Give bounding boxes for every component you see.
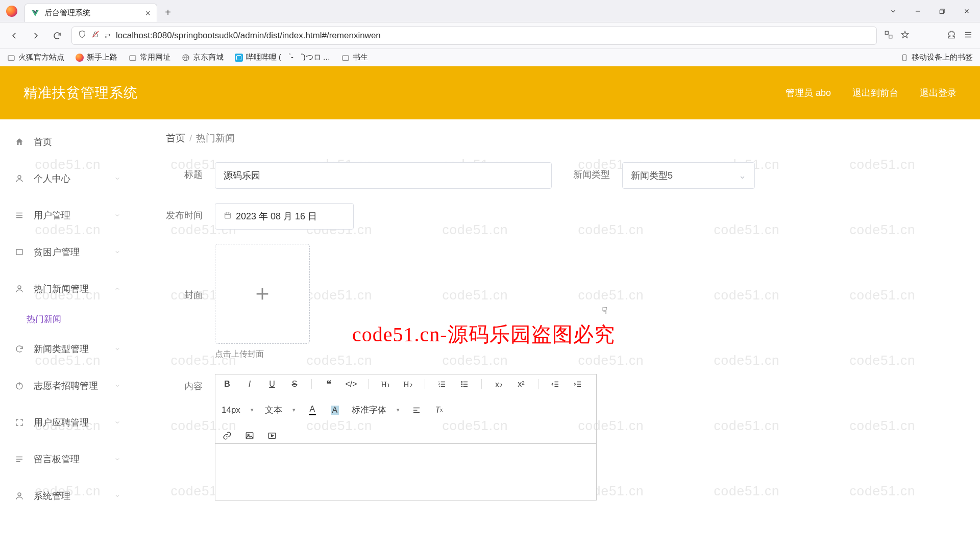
svg-point-17	[461, 382, 462, 383]
upload-hint: 点击上传封面	[215, 349, 310, 360]
bgcolor-icon[interactable]: A	[329, 405, 340, 416]
window-close-button[interactable]	[958, 2, 976, 20]
svg-rect-16	[225, 213, 231, 218]
mobile-bookmarks[interactable]: 移动设备上的书签	[900, 53, 973, 62]
svg-rect-5	[889, 35, 892, 38]
sidebar-item-news[interactable]: 热门新闻管理	[0, 270, 135, 307]
url-text: localhost:8080/springbootsudk0/admin/dis…	[116, 31, 381, 41]
overlay-text: code51.cn-源码乐园盗图必究	[352, 320, 615, 348]
shield-icon	[78, 30, 86, 41]
underline-icon[interactable]: U	[266, 379, 278, 390]
extensions-icon[interactable]	[947, 30, 957, 41]
svg-rect-1	[940, 10, 943, 14]
bold-icon[interactable]: B	[222, 379, 233, 390]
title-input[interactable]: 源码乐园	[215, 162, 552, 189]
fontfamily-select[interactable]: 标准字体▾	[352, 404, 400, 416]
chevron-down-icon	[114, 454, 120, 465]
tab-title: 后台管理系统	[44, 8, 90, 18]
breadcrumb: 首页/热门新闻	[166, 132, 949, 145]
nav-forward-button[interactable]	[29, 29, 43, 43]
url-mode-icon: ⇄	[105, 32, 111, 40]
svg-point-15	[18, 493, 21, 496]
app-header: 精准扶贫管理系统 管理员 abo 退出到前台 退出登录	[0, 66, 980, 119]
firefox-icon	[76, 54, 84, 62]
svg-rect-7	[130, 56, 136, 60]
link-icon[interactable]	[222, 430, 233, 441]
indent-icon[interactable]	[572, 379, 583, 390]
date-picker[interactable]: 2023 年 08 月 16 日	[215, 203, 354, 230]
sidebar-item-msgboard[interactable]: 留言板管理	[0, 441, 135, 478]
tab-overflow-icon[interactable]	[884, 2, 902, 20]
bookmarks-toolbar: 火狐官方站点 新手上路 常用网址 京东商城 哔哩哔哩 ( ゜- ゜)つロ … 书…	[0, 49, 980, 66]
label-cover: 封面	[166, 244, 203, 301]
ol-icon[interactable]	[436, 379, 448, 390]
strike-icon[interactable]: S	[289, 379, 300, 390]
chevron-down-icon: ⌄	[739, 170, 746, 181]
textcolor-icon[interactable]: A	[307, 405, 318, 416]
h2-icon[interactable]: H₂	[402, 379, 413, 390]
svg-rect-4	[885, 31, 888, 34]
ul-icon[interactable]	[459, 379, 470, 390]
align-icon[interactable]	[411, 405, 422, 416]
header-admin[interactable]: 管理员 abo	[786, 87, 831, 99]
italic-icon[interactable]: I	[244, 379, 255, 390]
window-minimize-button[interactable]	[909, 2, 927, 20]
sidebar-item-newstype[interactable]: 新闻类型管理	[0, 331, 135, 367]
breadcrumb-home[interactable]: 首页	[166, 133, 185, 143]
quote-icon[interactable]: ❝	[323, 379, 334, 390]
chevron-down-icon	[114, 491, 120, 502]
app-menu-icon[interactable]	[964, 30, 973, 41]
sidebar-item-volunteer[interactable]: 志愿者招聘管理	[0, 367, 135, 404]
bookmark-item[interactable]: 火狐官方站点	[7, 53, 64, 62]
editor-body[interactable]	[215, 444, 596, 500]
browser-tab-strip: 后台管理系统 × +	[0, 0, 980, 22]
svg-point-19	[461, 386, 462, 387]
chevron-down-icon	[114, 381, 120, 391]
nav-back-button[interactable]	[7, 29, 21, 43]
power-icon	[14, 381, 24, 391]
subscript-icon[interactable]: x₂	[493, 379, 504, 390]
sidebar-item-system[interactable]: 系统管理	[0, 478, 135, 514]
h1-icon[interactable]: H₁	[380, 379, 391, 390]
calendar-icon	[224, 211, 232, 222]
chevron-down-icon	[114, 210, 120, 221]
bookmark-item[interactable]: 书生	[341, 53, 368, 62]
sidebar-item-home[interactable]: 首页	[0, 123, 135, 160]
translate-icon[interactable]	[884, 30, 893, 41]
new-tab-button[interactable]: +	[160, 5, 176, 20]
sidebar-item-users[interactable]: 用户管理	[0, 197, 135, 234]
user-icon	[14, 173, 24, 184]
bookmark-item[interactable]: 新手上路	[76, 53, 117, 62]
browser-address-bar: ⇄ localhost:8080/springbootsudk0/admin/d…	[0, 22, 980, 49]
format-select[interactable]: 文本▾	[265, 404, 296, 416]
bookmark-item[interactable]: 京东商城	[182, 53, 224, 62]
video-icon[interactable]	[266, 430, 278, 441]
close-tab-icon[interactable]: ×	[145, 9, 151, 18]
outdent-icon[interactable]	[550, 379, 561, 390]
label-newstype: 新闻类型	[564, 162, 610, 181]
browser-tab[interactable]: 后台管理系统 ×	[24, 4, 157, 22]
list-icon	[14, 210, 24, 220]
chevron-down-icon	[114, 417, 120, 428]
editor-toolbar: B I U S ❝ </> H₁ H₂	[215, 374, 596, 444]
header-to-front[interactable]: 退出到前台	[852, 87, 898, 99]
window-restore-button[interactable]	[933, 2, 951, 20]
url-field[interactable]: ⇄ localhost:8080/springbootsudk0/admin/d…	[71, 27, 877, 45]
bookmark-item[interactable]: 哔哩哔哩 ( ゜- ゜)つロ …	[235, 53, 330, 62]
image-icon[interactable]	[244, 430, 255, 441]
superscript-icon[interactable]: x²	[516, 379, 527, 390]
header-logout[interactable]: 退出登录	[920, 87, 957, 99]
sidebar-item-personal[interactable]: 个人中心	[0, 160, 135, 197]
bookmark-item[interactable]: 常用网址	[129, 53, 170, 62]
code-icon[interactable]: </>	[346, 379, 357, 390]
bookmark-star-icon[interactable]	[900, 30, 910, 41]
cover-upload[interactable]	[215, 244, 310, 344]
sidebar: 首页 个人中心 用户管理 贫困户管理	[0, 119, 135, 551]
clearformat-icon[interactable]: Tx	[433, 405, 445, 416]
sidebar-item-poor[interactable]: 贫困户管理	[0, 234, 135, 270]
sidebar-subitem-hotnews[interactable]: 热门新闻	[0, 307, 135, 331]
nav-reload-button[interactable]	[50, 29, 64, 43]
newstype-select[interactable]: 新闻类型5 ⌄	[622, 162, 755, 189]
fontsize-select[interactable]: 14px▾	[222, 405, 254, 415]
sidebar-item-apply[interactable]: 用户应聘管理	[0, 404, 135, 441]
